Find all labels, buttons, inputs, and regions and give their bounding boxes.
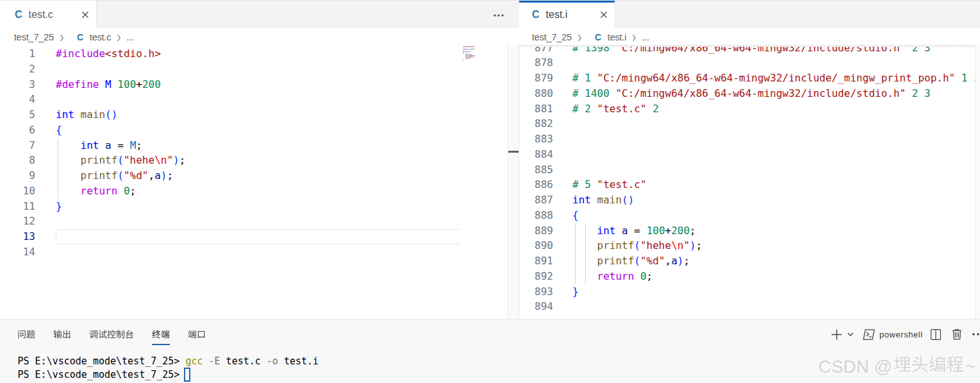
- code-lines[interactable]: # 1398 "C:/mingw64/x86_64-w64-mingw32/in…: [572, 47, 975, 314]
- shell-name-label[interactable]: powershell: [879, 330, 923, 339]
- line-number[interactable]: 5: [0, 107, 35, 123]
- line-number[interactable]: 14: [0, 244, 35, 260]
- code-line[interactable]: # 1398 "C:/mingw64/x86_64-w64-mingw32/in…: [572, 47, 975, 56]
- panel-tab[interactable]: [17, 325, 35, 344]
- line-number[interactable]: 881: [519, 101, 553, 117]
- tab-test-i[interactable]: C test.i: [519, 1, 615, 29]
- line-number[interactable]: 883: [519, 132, 553, 147]
- terminal-output[interactable]: PS E:\vscode_mode\test_7_25> gcc -E test…: [18, 355, 319, 382]
- code-line[interactable]: }: [56, 199, 460, 214]
- line-number[interactable]: 886: [519, 177, 553, 192]
- chevron-down-icon[interactable]: [844, 330, 857, 339]
- breadcrumb-file[interactable]: test.i: [608, 32, 626, 42]
- code-line[interactable]: [572, 132, 975, 147]
- line-number[interactable]: 892: [519, 269, 553, 284]
- line-number[interactable]: 877: [519, 47, 553, 56]
- powershell-terminal-icon[interactable]: [861, 328, 876, 341]
- code-line[interactable]: # 2 "test.c" 2: [572, 101, 975, 117]
- minimap[interactable]: [463, 46, 481, 65]
- more-actions-icon[interactable]: [970, 332, 980, 336]
- line-number[interactable]: 891: [519, 253, 553, 269]
- split-terminal-icon[interactable]: [928, 328, 944, 341]
- code-line[interactable]: [572, 116, 975, 132]
- code-line[interactable]: int a = M;: [56, 138, 460, 153]
- more-actions-icon[interactable]: [492, 10, 506, 20]
- line-number[interactable]: 8: [0, 153, 35, 168]
- line-number[interactable]: 887: [519, 192, 553, 208]
- indent-guide: [585, 223, 586, 284]
- code-line[interactable]: int main(): [572, 192, 975, 208]
- code-line[interactable]: {: [572, 208, 975, 223]
- line-number[interactable]: 890: [519, 238, 553, 253]
- code-line[interactable]: [56, 244, 460, 260]
- code-line[interactable]: [56, 214, 460, 229]
- line-number[interactable]: 885: [519, 162, 553, 178]
- close-icon[interactable]: [599, 10, 609, 20]
- kill-terminal-icon[interactable]: [949, 328, 965, 340]
- code-line[interactable]: printf("hehe\n");: [56, 153, 460, 168]
- panel-tab[interactable]: [152, 325, 170, 344]
- line-number[interactable]: 882: [519, 116, 553, 132]
- watermark-latin: CSDN @: [818, 357, 892, 377]
- code-line[interactable]: printf("%d",a);: [572, 253, 975, 269]
- line-numbers-gutter[interactable]: 8778788798808818828838848858868878888898…: [519, 47, 553, 314]
- line-number[interactable]: 6: [0, 123, 35, 138]
- code-line[interactable]: [572, 147, 975, 162]
- line-number[interactable]: 888: [519, 208, 553, 223]
- panel-tab[interactable]: [188, 325, 206, 344]
- code-line[interactable]: #include<stdio.h>: [56, 46, 460, 62]
- line-number[interactable]: 9: [0, 168, 35, 183]
- right-editor-scrollbar[interactable]: [975, 45, 980, 319]
- editor-tab-bars: C test.c C test.i: [0, 0, 980, 28]
- close-icon[interactable]: [80, 10, 90, 20]
- code-line[interactable]: }: [572, 284, 975, 300]
- line-number[interactable]: 12: [0, 214, 35, 229]
- panel-tab[interactable]: [89, 325, 134, 344]
- editor-test-i[interactable]: 8778788798808818828838848858868878888898…: [519, 47, 975, 319]
- line-number[interactable]: 879: [519, 71, 553, 86]
- panel-tab[interactable]: [53, 325, 71, 344]
- line-number[interactable]: 893: [519, 284, 553, 300]
- code-line[interactable]: [572, 162, 975, 178]
- code-line[interactable]: return 0;: [572, 269, 975, 284]
- code-line[interactable]: [56, 92, 460, 107]
- line-number[interactable]: 1: [0, 46, 35, 62]
- line-number[interactable]: 889: [519, 223, 553, 239]
- breadcrumb-more[interactable]: ...: [642, 32, 649, 42]
- line-number[interactable]: 884: [519, 147, 553, 162]
- line-number[interactable]: 878: [519, 55, 553, 71]
- line-number[interactable]: 2: [0, 62, 35, 77]
- line-number[interactable]: 3: [0, 77, 35, 92]
- code-line[interactable]: return 0;: [56, 183, 460, 199]
- line-number[interactable]: 7: [0, 138, 35, 153]
- code-line[interactable]: [56, 62, 460, 77]
- breadcrumb-folder[interactable]: test_7_25: [532, 32, 572, 42]
- code-line[interactable]: int main(): [56, 107, 460, 123]
- editor-test-c[interactable]: 1234567891011121314 #include<stdio.h>#de…: [0, 45, 508, 319]
- code-line[interactable]: #define M 100+200: [56, 77, 460, 92]
- line-number[interactable]: 880: [519, 86, 553, 101]
- code-line[interactable]: [572, 55, 975, 71]
- line-numbers-gutter[interactable]: 1234567891011121314: [0, 46, 35, 260]
- code-lines[interactable]: #include<stdio.h>#define M 100+200int ma…: [56, 46, 460, 260]
- breadcrumb-more[interactable]: ...: [126, 32, 134, 42]
- line-number[interactable]: 4: [0, 92, 35, 107]
- breadcrumbs-row: test_7_25 C test.c ... test_7_25 C test.…: [0, 28, 980, 45]
- code-line[interactable]: [572, 299, 975, 314]
- line-number[interactable]: 11: [0, 199, 35, 214]
- code-line[interactable]: int a = 100+200;: [572, 223, 975, 239]
- new-terminal-icon[interactable]: [830, 328, 843, 341]
- tab-test-c[interactable]: C test.c: [0, 1, 97, 29]
- code-line[interactable]: printf("hehe\n");: [572, 238, 975, 253]
- code-line[interactable]: # 1400 "C:/mingw64/x86_64-w64-mingw32/in…: [572, 86, 975, 101]
- breadcrumb-folder[interactable]: test_7_25: [14, 32, 54, 42]
- code-line[interactable]: # 5 "test.c": [572, 177, 975, 192]
- code-line[interactable]: {: [56, 123, 460, 138]
- code-line[interactable]: printf("%d",a);: [56, 168, 460, 183]
- code-line[interactable]: # 1 "C:/mingw64/x86_64-w64-mingw32/inclu…: [572, 71, 975, 86]
- line-number[interactable]: 10: [0, 183, 35, 199]
- breadcrumb-file[interactable]: test.c: [90, 32, 111, 42]
- line-number[interactable]: 13: [0, 229, 35, 244]
- line-number[interactable]: 894: [519, 299, 553, 314]
- scrollbar-overview-ruler[interactable]: [508, 45, 519, 319]
